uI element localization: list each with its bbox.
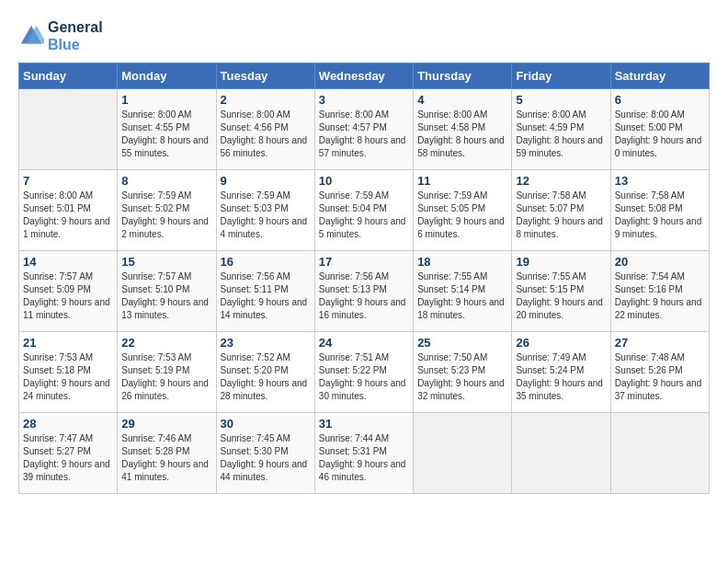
calendar-cell: 19Sunrise: 7:55 AMSunset: 5:15 PMDayligh… — [512, 251, 610, 332]
calendar-cell: 8Sunrise: 7:59 AMSunset: 5:02 PMDaylight… — [118, 170, 216, 251]
day-info: Sunrise: 7:58 AMSunset: 5:07 PMDaylight:… — [516, 190, 606, 241]
day-info: Sunrise: 7:53 AMSunset: 5:18 PMDaylight:… — [23, 351, 113, 403]
calendar-cell: 28Sunrise: 7:47 AMSunset: 5:27 PMDayligh… — [19, 413, 118, 494]
calendar-cell: 14Sunrise: 7:57 AMSunset: 5:09 PMDayligh… — [19, 251, 118, 332]
day-info: Sunrise: 7:54 AMSunset: 5:16 PMDaylight:… — [615, 270, 705, 322]
day-info: Sunrise: 8:00 AMSunset: 5:00 PMDaylight:… — [615, 109, 705, 160]
day-info: Sunrise: 7:56 AMSunset: 5:11 PMDaylight:… — [221, 270, 311, 322]
day-number: 28 — [23, 417, 113, 431]
calendar-cell: 6Sunrise: 8:00 AMSunset: 5:00 PMDaylight… — [610, 89, 709, 170]
day-info: Sunrise: 7:58 AMSunset: 5:08 PMDaylight:… — [615, 190, 705, 241]
day-info: Sunrise: 7:57 AMSunset: 5:10 PMDaylight:… — [121, 270, 211, 322]
day-number: 12 — [516, 174, 606, 188]
calendar-cell — [512, 413, 610, 494]
calendar-week-2: 7Sunrise: 8:00 AMSunset: 5:01 PMDaylight… — [19, 170, 710, 251]
day-number: 8 — [121, 174, 211, 188]
day-number: 22 — [121, 336, 211, 350]
day-info: Sunrise: 7:59 AMSunset: 5:04 PMDaylight:… — [319, 190, 409, 241]
calendar-cell: 23Sunrise: 7:52 AMSunset: 5:20 PMDayligh… — [216, 332, 314, 413]
calendar-cell — [610, 413, 709, 494]
calendar-cell: 12Sunrise: 7:58 AMSunset: 5:07 PMDayligh… — [512, 170, 610, 251]
day-number: 14 — [23, 255, 113, 269]
calendar-cell: 11Sunrise: 7:59 AMSunset: 5:05 PMDayligh… — [414, 170, 512, 251]
day-info: Sunrise: 8:00 AMSunset: 4:56 PMDaylight:… — [221, 109, 311, 160]
day-info: Sunrise: 7:51 AMSunset: 5:22 PMDaylight:… — [319, 351, 409, 403]
day-info: Sunrise: 8:00 AMSunset: 4:58 PMDaylight:… — [417, 109, 507, 160]
weekday-header-friday: Friday — [512, 63, 610, 89]
day-number: 11 — [417, 174, 507, 188]
day-number: 5 — [516, 93, 606, 107]
calendar-cell: 16Sunrise: 7:56 AMSunset: 5:11 PMDayligh… — [216, 251, 314, 332]
calendar-cell: 1Sunrise: 8:00 AMSunset: 4:55 PMDaylight… — [118, 89, 216, 170]
page-header: General Blue — [18, 18, 710, 53]
day-info: Sunrise: 7:48 AMSunset: 5:26 PMDaylight:… — [615, 351, 705, 403]
calendar-cell: 9Sunrise: 7:59 AMSunset: 5:03 PMDaylight… — [216, 170, 314, 251]
day-number: 6 — [615, 93, 705, 107]
day-info: Sunrise: 7:59 AMSunset: 5:05 PMDaylight:… — [417, 190, 507, 241]
day-info: Sunrise: 7:55 AMSunset: 5:15 PMDaylight:… — [516, 270, 606, 322]
day-number: 24 — [319, 336, 409, 350]
calendar-cell: 20Sunrise: 7:54 AMSunset: 5:16 PMDayligh… — [610, 251, 709, 332]
calendar-cell: 13Sunrise: 7:58 AMSunset: 5:08 PMDayligh… — [610, 170, 709, 251]
day-number: 19 — [516, 255, 606, 269]
calendar-cell: 5Sunrise: 8:00 AMSunset: 4:59 PMDaylight… — [512, 89, 610, 170]
day-number: 21 — [23, 336, 113, 350]
day-info: Sunrise: 8:00 AMSunset: 4:57 PMDaylight:… — [319, 109, 409, 160]
calendar-cell: 21Sunrise: 7:53 AMSunset: 5:18 PMDayligh… — [19, 332, 118, 413]
calendar-week-3: 14Sunrise: 7:57 AMSunset: 5:09 PMDayligh… — [19, 251, 710, 332]
day-number: 4 — [417, 93, 507, 107]
weekday-header-tuesday: Tuesday — [216, 63, 314, 89]
day-number: 1 — [121, 93, 211, 107]
day-number: 13 — [615, 174, 705, 188]
calendar-cell: 18Sunrise: 7:55 AMSunset: 5:14 PMDayligh… — [414, 251, 512, 332]
calendar-cell: 17Sunrise: 7:56 AMSunset: 5:13 PMDayligh… — [314, 251, 413, 332]
calendar-table: SundayMondayTuesdayWednesdayThursdayFrid… — [18, 63, 710, 494]
day-number: 15 — [121, 255, 211, 269]
calendar-cell: 24Sunrise: 7:51 AMSunset: 5:22 PMDayligh… — [314, 332, 413, 413]
day-info: Sunrise: 7:46 AMSunset: 5:28 PMDaylight:… — [121, 432, 211, 484]
calendar-cell: 2Sunrise: 8:00 AMSunset: 4:56 PMDaylight… — [216, 89, 314, 170]
weekday-header-wednesday: Wednesday — [314, 63, 413, 89]
calendar-cell: 26Sunrise: 7:49 AMSunset: 5:24 PMDayligh… — [512, 332, 610, 413]
calendar-cell: 29Sunrise: 7:46 AMSunset: 5:28 PMDayligh… — [118, 413, 216, 494]
day-info: Sunrise: 7:49 AMSunset: 5:24 PMDaylight:… — [516, 351, 606, 403]
day-info: Sunrise: 7:47 AMSunset: 5:27 PMDaylight:… — [23, 432, 113, 484]
calendar-week-4: 21Sunrise: 7:53 AMSunset: 5:18 PMDayligh… — [19, 332, 710, 413]
day-info: Sunrise: 7:50 AMSunset: 5:23 PMDaylight:… — [417, 351, 507, 403]
day-number: 29 — [121, 417, 211, 431]
logo-text-line1: General — [48, 18, 103, 36]
day-info: Sunrise: 7:45 AMSunset: 5:30 PMDaylight:… — [221, 432, 311, 484]
day-number: 27 — [615, 336, 705, 350]
calendar-week-1: 1Sunrise: 8:00 AMSunset: 4:55 PMDaylight… — [19, 89, 710, 170]
calendar-cell: 15Sunrise: 7:57 AMSunset: 5:10 PMDayligh… — [118, 251, 216, 332]
day-number: 10 — [319, 174, 409, 188]
day-number: 2 — [221, 93, 311, 107]
day-number: 3 — [319, 93, 409, 107]
weekday-header-saturday: Saturday — [610, 63, 709, 89]
calendar-header-row: SundayMondayTuesdayWednesdayThursdayFrid… — [19, 63, 710, 89]
calendar-cell: 27Sunrise: 7:48 AMSunset: 5:26 PMDayligh… — [610, 332, 709, 413]
day-number: 16 — [221, 255, 311, 269]
day-number: 18 — [417, 255, 507, 269]
day-number: 9 — [221, 174, 311, 188]
calendar-cell — [19, 89, 118, 170]
logo-icon — [18, 23, 44, 49]
calendar-cell: 10Sunrise: 7:59 AMSunset: 5:04 PMDayligh… — [314, 170, 413, 251]
day-info: Sunrise: 7:52 AMSunset: 5:20 PMDaylight:… — [221, 351, 311, 403]
calendar-cell: 4Sunrise: 8:00 AMSunset: 4:58 PMDaylight… — [414, 89, 512, 170]
day-number: 20 — [615, 255, 705, 269]
calendar-cell: 3Sunrise: 8:00 AMSunset: 4:57 PMDaylight… — [314, 89, 413, 170]
day-number: 25 — [417, 336, 507, 350]
logo-text-line2: Blue — [48, 36, 103, 53]
day-info: Sunrise: 7:55 AMSunset: 5:14 PMDaylight:… — [417, 270, 507, 322]
day-info: Sunrise: 7:57 AMSunset: 5:09 PMDaylight:… — [23, 270, 113, 322]
calendar-cell: 22Sunrise: 7:53 AMSunset: 5:19 PMDayligh… — [118, 332, 216, 413]
day-number: 30 — [221, 417, 311, 431]
day-info: Sunrise: 7:44 AMSunset: 5:31 PMDaylight:… — [319, 432, 409, 484]
logo: General Blue — [18, 18, 103, 53]
calendar-cell: 30Sunrise: 7:45 AMSunset: 5:30 PMDayligh… — [216, 413, 314, 494]
weekday-header-monday: Monday — [118, 63, 216, 89]
calendar-cell: 25Sunrise: 7:50 AMSunset: 5:23 PMDayligh… — [414, 332, 512, 413]
calendar-cell: 31Sunrise: 7:44 AMSunset: 5:31 PMDayligh… — [314, 413, 413, 494]
calendar-cell — [414, 413, 512, 494]
